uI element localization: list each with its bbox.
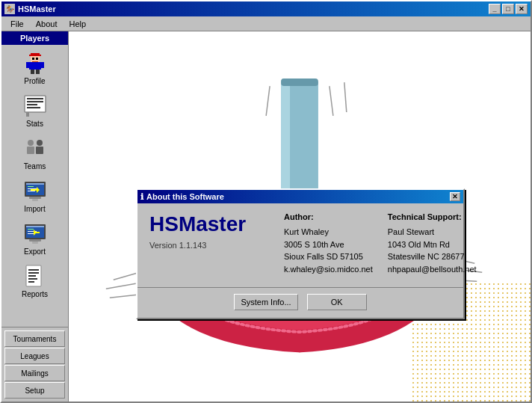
system-info-button[interactable]: System Info...	[234, 294, 297, 310]
svg-point-19	[37, 140, 43, 146]
sidebar-item-export[interactable]: Export	[5, 218, 65, 259]
svg-rect-46	[28, 281, 34, 283]
svg-rect-54	[281, 79, 318, 86]
svg-rect-44	[28, 275, 36, 277]
svg-rect-9	[31, 70, 34, 74]
svg-rect-42	[28, 269, 39, 271]
content-area: Players	[1, 31, 531, 402]
svg-rect-14	[27, 104, 37, 105]
svg-rect-1	[29, 55, 41, 56]
leagues-button[interactable]: Leagues	[4, 348, 65, 364]
sidebar: Players	[1, 31, 69, 402]
support-header: Technical Support:	[388, 212, 477, 221]
svg-rect-13	[27, 101, 43, 102]
reports-label: Reports	[22, 290, 48, 298]
svg-rect-18	[27, 147, 34, 154]
svg-rect-24	[28, 186, 34, 187]
dialog-support-column: Technical Support: Paul Stewart 1043 Old…	[388, 212, 477, 275]
svg-rect-6	[29, 62, 41, 70]
sidebar-item-stats[interactable]: Stats	[5, 90, 65, 132]
profile-label: Profile	[24, 77, 45, 85]
svg-point-17	[28, 140, 34, 146]
profile-icon	[23, 52, 47, 76]
export-icon	[23, 222, 47, 246]
dialog-version: Version 1.1.143	[149, 241, 269, 250]
svg-rect-37	[29, 239, 41, 242]
author-name: Kurt Whaley	[284, 226, 373, 239]
sidebar-header: Players	[1, 31, 68, 45]
author-email: k.whaley@sio.midco.net	[284, 263, 373, 276]
about-dialog: ℹ About this Software ✕ HSMaster Version…	[136, 188, 465, 319]
svg-rect-10	[36, 70, 40, 74]
svg-rect-27	[29, 197, 41, 199]
app-icon: 🏇	[4, 4, 15, 14]
svg-rect-2	[31, 56, 40, 62]
mailings-button[interactable]: Mailings	[4, 365, 65, 381]
minimize-button[interactable]: _	[489, 4, 501, 14]
svg-rect-23	[26, 183, 44, 185]
support-address2: Statesville NC 28677	[388, 250, 477, 263]
sidebar-item-teams[interactable]: Teams	[5, 133, 65, 174]
menu-help[interactable]: Help	[63, 18, 92, 30]
stats-label: Stats	[26, 120, 43, 128]
svg-rect-20	[36, 147, 43, 154]
svg-rect-3	[32, 58, 34, 60]
tournaments-button[interactable]: Tournaments	[4, 330, 65, 347]
dialog-right-column: Author: Kurt Whaley 3005 S 10th Ave Siou…	[284, 212, 477, 275]
svg-rect-43	[28, 272, 39, 274]
sidebar-items: Profile Stats	[1, 45, 68, 327]
stats-icon	[23, 94, 47, 118]
teams-label: Teams	[24, 162, 46, 170]
support-name: Paul Stewart	[388, 226, 477, 239]
dialog-buttons: System Info... OK	[137, 287, 463, 318]
dialog-author-column: Author: Kurt Whaley 3005 S 10th Ave Siou…	[284, 212, 373, 275]
svg-rect-8	[40, 62, 44, 68]
svg-rect-7	[26, 62, 31, 68]
teams-icon	[23, 137, 47, 161]
svg-rect-45	[28, 278, 37, 280]
menu-about[interactable]: About	[30, 18, 64, 30]
dialog-left-column: HSMaster Version 1.1.143	[149, 212, 269, 275]
support-address1: 1043 Old Mtn Rd	[388, 239, 477, 251]
author-header: Author:	[284, 212, 373, 221]
dialog-close-button[interactable]: ✕	[450, 192, 460, 201]
dialog-title-text: About this Software	[146, 192, 224, 201]
svg-rect-16	[26, 112, 29, 117]
title-controls: _ □ ✕	[489, 4, 528, 14]
svg-rect-33	[26, 226, 44, 227]
ok-button[interactable]: OK	[307, 294, 367, 310]
dialog-app-name: HSMaster	[149, 212, 269, 236]
svg-rect-28	[32, 199, 38, 201]
maximize-button[interactable]: □	[502, 4, 514, 14]
sidebar-item-reports[interactable]: Reports	[5, 261, 65, 302]
author-address1: 3005 S 10th Ave	[284, 239, 373, 251]
main-content: ℹ About this Software ✕ HSMaster Version…	[69, 31, 531, 402]
setup-button[interactable]: Setup	[4, 382, 65, 399]
reports-icon	[23, 265, 47, 289]
svg-rect-4	[36, 58, 38, 60]
menu-bar: File About Help	[1, 16, 531, 31]
main-window: 🏇 HSMaster _ □ ✕ File About Help Players	[0, 0, 532, 403]
sidebar-bottom: Tournaments Leagues Mailings Setup	[1, 327, 68, 402]
dialog-content: HSMaster Version 1.1.143 Author: Kurt Wh…	[137, 203, 463, 284]
author-address2: Sioux Falls SD 57105	[284, 250, 373, 263]
import-label: Import	[24, 205, 45, 213]
sidebar-item-profile[interactable]: Profile	[5, 48, 65, 89]
title-bar: 🏇 HSMaster _ □ ✕	[1, 1, 531, 16]
close-button[interactable]: ✕	[516, 4, 528, 14]
svg-rect-12	[27, 98, 43, 99]
svg-rect-30	[31, 189, 37, 191]
import-icon	[23, 179, 47, 203]
svg-rect-34	[28, 229, 34, 230]
dialog-title-bar: ℹ About this Software ✕	[137, 190, 463, 203]
svg-rect-26	[28, 191, 35, 191]
menu-file[interactable]: File	[4, 18, 30, 30]
sidebar-item-import[interactable]: Import	[5, 176, 65, 217]
svg-rect-40	[34, 232, 40, 233]
svg-rect-15	[27, 107, 40, 108]
svg-rect-25	[28, 188, 37, 189]
svg-rect-38	[32, 242, 38, 244]
window-title: HSMaster	[18, 4, 56, 13]
dialog-title-icon: ℹ	[140, 192, 143, 202]
export-label: Export	[24, 247, 46, 256]
